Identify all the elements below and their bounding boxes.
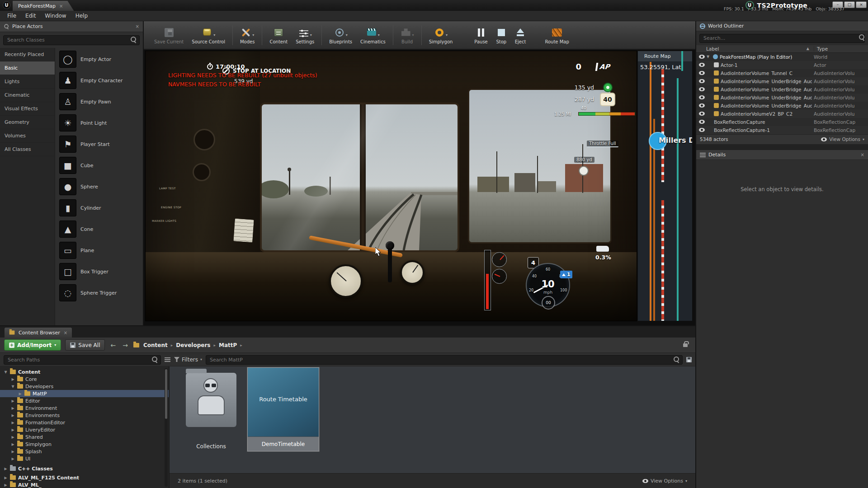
tree-item-developers[interactable]: ▼Developers: [0, 383, 169, 390]
toolbar-route-map[interactable]: Route Map: [541, 25, 573, 46]
details-header[interactable]: Details ×: [696, 150, 868, 160]
outliner-row-world[interactable]: ▼PeakForestMap (Play In Editor)World: [696, 53, 868, 61]
assets-view-options[interactable]: View Options▾: [642, 478, 687, 484]
actor-item-sphere[interactable]: ●Sphere: [55, 176, 143, 197]
expander-icon[interactable]: ▶: [11, 435, 15, 439]
tree-item-core[interactable]: ▶Core: [0, 375, 169, 383]
close-icon[interactable]: ×: [861, 152, 864, 157]
tree-item-liveryeditor[interactable]: ▶LiveryEditor: [0, 426, 169, 433]
category-volumes[interactable]: Volumes: [0, 129, 55, 143]
scrollbar-thumb[interactable]: [165, 369, 167, 419]
menu-file[interactable]: File: [3, 11, 21, 21]
actor-item-empty-character[interactable]: ♟Empty Character: [55, 70, 143, 91]
asset-search-input[interactable]: [206, 355, 683, 365]
search-paths-input[interactable]: [4, 355, 161, 365]
outliner-row-audio-volume[interactable]: AudioInteriorVolumeV2_BP_C2AudioInterior…: [696, 110, 868, 118]
breadcrumb-developers[interactable]: Developers: [176, 342, 210, 348]
sort-arrow-icon[interactable]: ▲: [807, 47, 809, 51]
category-geometry[interactable]: Geometry: [0, 116, 55, 129]
visibility-eye-icon[interactable]: [699, 112, 705, 116]
type-column[interactable]: Type: [814, 46, 868, 52]
tree-item-simplygon[interactable]: ▶Simplygon: [0, 441, 169, 448]
expander-icon[interactable]: ▶: [18, 392, 22, 396]
toolbar-source-control[interactable]: ▾Source Control: [188, 25, 229, 46]
visibility-eye-icon[interactable]: [699, 120, 705, 124]
actor-item-player-start[interactable]: ⚑Player Start: [55, 134, 143, 155]
tree-item-environments[interactable]: ▶Environments: [0, 412, 169, 419]
outliner-row-actor[interactable]: Actor-1Actor: [696, 61, 868, 69]
maximize-button[interactable]: □: [844, 1, 855, 8]
visibility-eye-icon[interactable]: [699, 103, 705, 108]
close-icon[interactable]: ×: [136, 24, 139, 29]
search-classes-input[interactable]: [3, 35, 140, 45]
breadcrumb-mattp[interactable]: MattP: [219, 342, 237, 348]
expander-icon[interactable]: ▶: [11, 413, 15, 418]
expander-icon[interactable]: ▶: [11, 377, 15, 381]
toolbar-pause[interactable]: Pause: [470, 25, 491, 46]
content-browser-tab[interactable]: Content Browser ×: [5, 328, 72, 338]
close-icon[interactable]: ×: [59, 4, 63, 9]
route-map-panel[interactable]: Route Map 53.25591, Lat Millers D: [638, 51, 692, 321]
sources-toggle-icon[interactable]: [165, 357, 170, 362]
back-arrow-button[interactable]: ←: [109, 342, 117, 349]
toolbar-settings[interactable]: ▾Settings: [292, 25, 318, 46]
expander-icon[interactable]: ▶: [4, 483, 8, 487]
asset-demotimetable[interactable]: Route Timetable DemoTimetable: [247, 367, 319, 451]
visibility-eye-icon[interactable]: [699, 63, 705, 67]
toolbar-eject[interactable]: Eject: [511, 25, 530, 46]
actor-item-cube[interactable]: ■Cube: [55, 155, 143, 176]
actor-item-empty-actor[interactable]: ◯Empty Actor: [55, 49, 143, 70]
toolbar-stop[interactable]: Stop: [492, 25, 511, 46]
outliner-view-options[interactable]: View Options▾: [821, 136, 864, 142]
breadcrumb-content[interactable]: Content: [143, 342, 168, 348]
actor-item-sphere-trigger[interactable]: ◌Sphere Trigger: [55, 282, 143, 304]
visibility-eye-icon[interactable]: [699, 87, 705, 91]
outliner-row-reflection-capture[interactable]: BoxReflectionCapture-1BoxReflectionCap: [696, 126, 868, 134]
outliner-row-audio-volume[interactable]: AudioInteriorVolume_UnderBridge_AudioInt…: [696, 94, 868, 102]
visibility-eye-icon[interactable]: [699, 55, 705, 59]
outliner-row-audio-volume[interactable]: AudioInteriorVolume_UnderBridge_AudioInt…: [696, 77, 868, 85]
actor-item-point-light[interactable]: ☀Point Light: [55, 113, 143, 134]
tree-item-cpp-classes[interactable]: ▶C++ Classes: [0, 465, 169, 472]
save-search-icon[interactable]: [686, 357, 692, 362]
actor-item-cone[interactable]: ▲Cone: [55, 219, 143, 240]
toolbar-blueprints[interactable]: ▾Blueprints: [325, 25, 356, 46]
visibility-eye-icon[interactable]: [699, 79, 705, 83]
tree-item-splash[interactable]: ▶Splash: [0, 448, 169, 455]
expander-icon[interactable]: ▼: [4, 370, 8, 374]
expander-icon[interactable]: ▶: [11, 428, 15, 432]
expander-icon[interactable]: ▼: [11, 385, 15, 389]
toolbar-modes[interactable]: ▾Modes: [236, 25, 259, 46]
expander-icon[interactable]: ▶: [11, 421, 15, 425]
actor-item-box-trigger[interactable]: □Box Trigger: [55, 261, 143, 282]
menu-help[interactable]: Help: [71, 11, 92, 21]
outliner-row-audio-volume[interactable]: AudioInteriorVolume_UnderBridge_AudioInt…: [696, 102, 868, 110]
tree-item-ui[interactable]: ▶UI: [0, 455, 169, 462]
close-button[interactable]: ×: [856, 1, 867, 8]
actor-item-plane[interactable]: ▭Plane: [55, 240, 143, 261]
tree-item-shared[interactable]: ▶Shared: [0, 433, 169, 441]
viewport[interactable]: LAMP TEST ENGINE STOP MARKER LIGHTS: [146, 51, 637, 321]
label-column[interactable]: Label: [706, 46, 719, 52]
outliner-row-reflection-capture[interactable]: BoxReflectionCaptureBoxReflectionCap: [696, 118, 868, 126]
tree-item-alv-f125[interactable]: ▶ALV_ML_F125 Content: [0, 474, 169, 481]
menu-edit[interactable]: Edit: [21, 11, 40, 21]
add-import-button[interactable]: +Add/Import▾: [4, 339, 61, 351]
expander-icon[interactable]: ▶: [4, 476, 8, 480]
tree-item-alv-clipped[interactable]: ▶ALV_ML_: [0, 481, 169, 488]
category-visual-effects[interactable]: Visual Effects: [0, 102, 55, 116]
outliner-row-audio-volume[interactable]: AudioInteriorVolume_UnderBridge_AudioInt…: [696, 85, 868, 94]
toolbar-cinematics[interactable]: ▾Cinematics: [356, 25, 390, 46]
category-recently-placed[interactable]: Recently Placed: [0, 48, 55, 61]
outliner-search-input[interactable]: [699, 34, 865, 43]
actor-item-empty-pawn[interactable]: ♙Empty Pawn: [55, 91, 143, 113]
category-lights[interactable]: Lights: [0, 75, 55, 89]
expander-icon[interactable]: ▶: [11, 450, 15, 454]
tree-item-content[interactable]: ▼Content: [0, 368, 169, 375]
expander-icon[interactable]: ▶: [4, 467, 8, 471]
close-icon[interactable]: ×: [64, 330, 67, 335]
outliner-row-audio-volume[interactable]: AudioInteriorVolume_Tunnel_CAudioInterio…: [696, 69, 868, 77]
expander-icon[interactable]: ▶: [11, 399, 15, 403]
lock-icon[interactable]: [683, 343, 688, 347]
save-all-button[interactable]: Save All: [65, 339, 105, 351]
